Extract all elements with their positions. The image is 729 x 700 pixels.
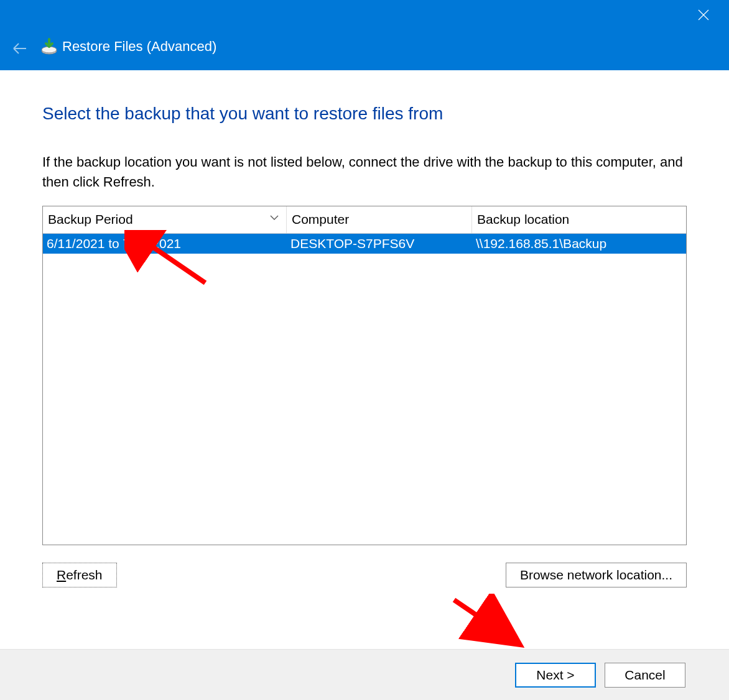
- column-header-computer[interactable]: Computer: [287, 206, 472, 233]
- backup-list: Backup Period Computer Backup location 6…: [42, 206, 687, 545]
- list-body: 6/11/2021 to 7/11/2021 DESKTOP-S7PFS6V \…: [43, 234, 686, 545]
- back-button[interactable]: [9, 37, 31, 60]
- cancel-button[interactable]: Cancel: [605, 663, 685, 688]
- refresh-accelerator: R: [57, 568, 66, 582]
- column-label: Backup Period: [48, 212, 133, 227]
- titlebar: Restore Files (Advanced): [0, 0, 729, 70]
- page-instructions: If the backup location you want is not l…: [42, 152, 687, 192]
- svg-line-3: [454, 600, 516, 642]
- next-button[interactable]: Next >: [515, 663, 596, 688]
- wizard-footer: Next > Cancel: [0, 649, 729, 700]
- chevron-down-icon: [270, 209, 279, 224]
- cell-backup-period: 6/11/2021 to 7/11/2021: [43, 236, 287, 251]
- refresh-button[interactable]: Refresh: [42, 563, 117, 587]
- close-icon: [698, 9, 709, 21]
- page-heading: Select the backup that you want to resto…: [42, 104, 687, 124]
- column-header-backup-period[interactable]: Backup Period: [43, 206, 287, 233]
- column-label: Computer: [292, 212, 349, 227]
- backup-row[interactable]: 6/11/2021 to 7/11/2021 DESKTOP-S7PFS6V \…: [43, 234, 686, 254]
- action-row: Refresh Browse network location...: [42, 563, 687, 587]
- column-header-backup-location[interactable]: Backup location: [472, 206, 686, 233]
- browse-network-location-button[interactable]: Browse network location...: [506, 563, 687, 587]
- refresh-label-rest: efresh: [66, 568, 102, 582]
- close-button[interactable]: [689, 5, 718, 25]
- list-header: Backup Period Computer Backup location: [43, 206, 686, 234]
- cell-location: \\192.168.85.1\Backup: [472, 236, 686, 251]
- column-label: Backup location: [477, 212, 569, 227]
- window-title: Restore Files (Advanced): [62, 37, 216, 56]
- restore-files-icon: [40, 37, 58, 56]
- content-area: Select the backup that you want to resto…: [0, 70, 729, 587]
- annotation-arrow-icon: [448, 594, 535, 653]
- cell-computer: DESKTOP-S7PFS6V: [287, 236, 472, 251]
- back-arrow-icon: [12, 40, 28, 57]
